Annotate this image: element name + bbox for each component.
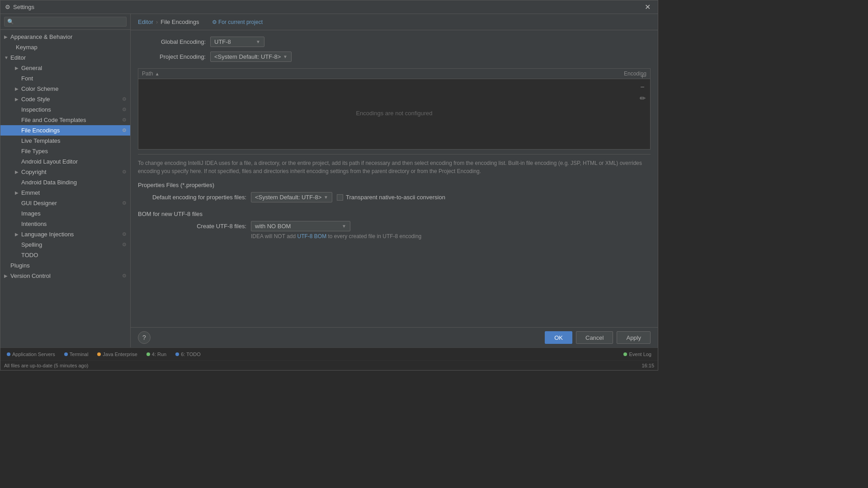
sidebar-item-version-control[interactable]: ▶ Version Control ⚙: [0, 271, 130, 281]
global-encoding-label: Global Encoding:: [138, 38, 206, 45]
sidebar-item-file-encodings[interactable]: File Encodings ⚙: [0, 125, 130, 136]
badge-icon: ⚙: [122, 169, 127, 175]
arrow-icon: ▶: [4, 34, 9, 39]
sidebar-item-emmet[interactable]: ▶ Emmet: [0, 188, 130, 198]
sidebar-item-todo[interactable]: TODO: [0, 250, 130, 260]
sidebar-item-label: Copyright: [21, 169, 47, 175]
sidebar-item-editor[interactable]: ▼ Editor: [0, 52, 130, 63]
cancel-button[interactable]: Cancel: [576, 331, 613, 344]
sidebar-item-label: Font: [21, 75, 33, 82]
sidebar-item-spelling[interactable]: Spelling ⚙: [0, 239, 130, 250]
create-utf8-dropdown[interactable]: with NO BOM ▼: [251, 221, 350, 231]
sidebar-item-appearance[interactable]: ▶ Appearance & Behavior: [0, 32, 130, 42]
taskbar-app-servers[interactable]: Application Servers: [4, 351, 58, 358]
sidebar-item-label: File Encodings: [21, 127, 60, 134]
search-input[interactable]: [4, 17, 127, 27]
sidebar-item-label: Android Data Binding: [21, 179, 77, 186]
breadcrumb-separator: ›: [156, 19, 158, 25]
sidebar-item-label: GUI Designer: [21, 200, 57, 206]
for-current-project-link[interactable]: ⚙ For current project: [212, 19, 263, 25]
bom-info-prefix: IDEA will NOT add: [251, 233, 297, 239]
sidebar-item-label: Inspections: [21, 106, 51, 113]
sidebar-item-label: TODO: [21, 252, 38, 258]
project-encoding-value: <System Default: UTF-8>: [214, 53, 281, 60]
global-encoding-dropdown[interactable]: UTF-8 ▼: [210, 37, 264, 47]
transparent-label: Transparent native-to-ascii conversion: [346, 194, 445, 201]
default-encoding-label: Default encoding for properties files:: [147, 194, 246, 201]
arrow-icon: ▶: [15, 190, 19, 195]
sidebar-item-label: Language Injections: [21, 231, 74, 238]
properties-section: Properties Files (*.properties) Default …: [138, 180, 651, 202]
taskbar-dot: [623, 352, 627, 356]
dropdown-arrow-icon: ▼: [256, 39, 260, 44]
project-encoding-dropdown[interactable]: <System Default: UTF-8> ▼: [210, 52, 292, 62]
sidebar-item-intentions[interactable]: Intentions: [0, 219, 130, 229]
settings-window: ⚙ Settings ✕ ▶ Appearance & Behavior Key…: [0, 0, 658, 371]
sidebar-item-file-code-templates[interactable]: File and Code Templates ⚙: [0, 115, 130, 125]
sidebar-item-file-types[interactable]: File Types: [0, 146, 130, 156]
sidebar-item-gui-designer[interactable]: GUI Designer ⚙: [0, 198, 130, 208]
bom-link[interactable]: UTF-8 BOM: [297, 233, 326, 239]
taskbar-run[interactable]: 4: Run: [144, 351, 169, 358]
dropdown-arrow-icon: ▼: [283, 54, 288, 59]
sidebar-item-keymap[interactable]: Keymap: [0, 42, 130, 52]
taskbar-terminal[interactable]: Terminal: [61, 351, 91, 358]
taskbar-label: Java Enterprise: [103, 352, 137, 357]
sidebar-item-code-style[interactable]: ▶ Code Style ⚙: [0, 94, 130, 104]
transparent-checkbox[interactable]: [337, 194, 343, 201]
sidebar-item-label: Appearance & Behavior: [10, 33, 72, 40]
badge-icon: ⚙: [122, 107, 127, 113]
apply-button[interactable]: Apply: [617, 331, 651, 344]
sidebar-item-language-injections[interactable]: ▶ Language Injections ⚙: [0, 229, 130, 239]
sidebar-item-inspections[interactable]: Inspections ⚙: [0, 104, 130, 115]
sidebar-item-general[interactable]: ▶ General: [0, 63, 130, 73]
sidebar-item-label: Plugins: [10, 262, 30, 269]
edit-path-button[interactable]: ✏: [637, 93, 647, 103]
help-button[interactable]: ?: [138, 331, 151, 344]
sidebar-item-copyright[interactable]: ▶ Copyright ⚙: [0, 167, 130, 177]
transparent-checkbox-row: Transparent native-to-ascii conversion: [337, 194, 445, 201]
footer-bar: ? OK Cancel Apply: [131, 327, 658, 347]
badge-icon: ⚙: [122, 231, 127, 237]
panel-body: Global Encoding: UTF-8 ▼ Project Encodin…: [131, 30, 658, 327]
sidebar-item-label: Keymap: [16, 44, 38, 51]
taskbar-dot: [175, 352, 179, 356]
taskbar: Application Servers Terminal Java Enterp…: [0, 347, 658, 360]
sidebar-item-android-data-binding[interactable]: Android Data Binding: [0, 177, 130, 188]
taskbar-event-log[interactable]: Event Log: [621, 351, 654, 358]
window-title: Settings: [13, 4, 34, 10]
search-box: [0, 14, 130, 30]
taskbar-label: Event Log: [629, 352, 651, 357]
project-encoding-label: Project Encoding:: [138, 53, 206, 60]
sidebar-item-images[interactable]: Images: [0, 208, 130, 219]
taskbar-java-enterprise[interactable]: Java Enterprise: [94, 351, 140, 358]
sidebar-item-label: Version Control: [10, 272, 51, 279]
sidebar-item-color-scheme[interactable]: ▶ Color Scheme: [0, 84, 130, 94]
remove-path-button[interactable]: −: [637, 82, 647, 92]
add-path-button[interactable]: +: [637, 71, 647, 81]
ok-button[interactable]: OK: [545, 331, 572, 344]
sidebar-item-android-layout-editor[interactable]: Android Layout Editor: [0, 156, 130, 167]
taskbar-dot: [64, 352, 68, 356]
encodings-table: Path ▲ Encoding Encodings are not config…: [138, 68, 651, 150]
global-encoding-row: Global Encoding: UTF-8 ▼: [138, 37, 651, 47]
dropdown-arrow-icon: ▼: [342, 224, 346, 229]
close-button[interactable]: ✕: [642, 2, 653, 12]
taskbar-todo[interactable]: 6: TODO: [173, 351, 203, 358]
create-utf8-value: with NO BOM: [255, 223, 291, 230]
table-actions: + − ✏: [637, 71, 647, 103]
sidebar-item-font[interactable]: Font: [0, 73, 130, 84]
properties-section-title: Properties Files (*.properties): [138, 182, 651, 188]
sidebar-item-label: Intentions: [21, 221, 47, 227]
table-header: Path ▲ Encoding: [138, 69, 650, 79]
settings-icon: ⚙: [5, 4, 10, 10]
sidebar-item-plugins[interactable]: Plugins: [0, 260, 130, 271]
right-panel: Editor › File Encodings ⚙ For current pr…: [131, 14, 658, 347]
arrow-icon: ▶: [15, 97, 19, 102]
sidebar-item-label: Editor: [10, 54, 26, 61]
taskbar-label: 4: Run: [152, 352, 166, 357]
sidebar-item-label: Images: [21, 210, 41, 217]
breadcrumb-editor[interactable]: Editor: [138, 19, 153, 25]
sidebar-item-live-templates[interactable]: Live Templates: [0, 136, 130, 146]
default-encoding-dropdown[interactable]: <System Default: UTF-8> ▼: [251, 192, 332, 202]
